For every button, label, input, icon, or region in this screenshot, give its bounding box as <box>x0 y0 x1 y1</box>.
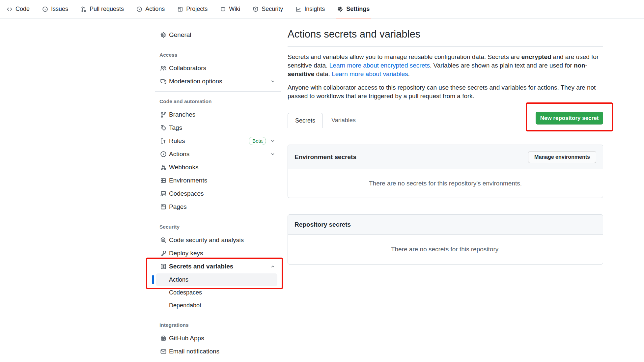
sidebar-divider <box>155 315 281 315</box>
nav-tab-issues[interactable]: Issues <box>36 0 74 18</box>
description-text: . Variables are shown as plain text and … <box>430 62 574 69</box>
rules-icon <box>160 138 167 144</box>
sidebar-subitem-actions[interactable]: Actions <box>156 273 277 286</box>
codespaces-icon <box>160 190 167 197</box>
encrypted-secrets-link[interactable]: Learn more about encrypted secrets <box>329 62 430 69</box>
hubot-icon <box>160 335 167 342</box>
asterisk-box-icon <box>160 263 167 270</box>
environment-secrets-panel: Environment secrets Manage environments … <box>288 145 603 198</box>
sidebar-section-integrations: Integrations <box>152 319 281 332</box>
sidebar-item-rules[interactable]: Rules Beta <box>152 134 281 148</box>
sidebar-item-secrets-and-variables[interactable]: Secrets and variables <box>152 260 281 273</box>
pull-request-icon <box>81 6 87 12</box>
sidebar-item-github-apps[interactable]: GitHub Apps <box>152 332 281 345</box>
title-divider <box>288 46 603 47</box>
chevron-down-icon <box>270 138 275 144</box>
nav-tab-projects[interactable]: Projects <box>171 0 214 18</box>
sidebar-subitem-dependabot[interactable]: Dependabot <box>156 299 277 312</box>
secrets-description: Secrets and variables allow you to manag… <box>288 53 603 78</box>
sidebar-item-pages[interactable]: Pages <box>152 200 281 213</box>
variables-link[interactable]: Learn more about variables <box>332 70 408 77</box>
manage-environments-button[interactable]: Manage environments <box>528 151 596 163</box>
sidebar-item-environments[interactable]: Environments <box>152 174 281 187</box>
sidebar-item-collaborators[interactable]: Collaborators <box>152 62 281 75</box>
webhook-icon <box>160 164 167 171</box>
nav-tab-code[interactable]: Code <box>0 0 36 18</box>
beta-badge: Beta <box>249 137 266 145</box>
code-icon <box>7 6 13 12</box>
nav-tab-wiki[interactable]: Wiki <box>214 0 246 18</box>
settings-content: Actions secrets and variables Secrets an… <box>288 18 603 362</box>
page-title: Actions secrets and variables <box>288 28 420 40</box>
gear-icon <box>337 6 343 12</box>
sidebar-item-moderation-options[interactable]: Moderation options <box>152 75 281 88</box>
nav-tab-security[interactable]: Security <box>246 0 289 18</box>
server-icon <box>160 177 167 184</box>
key-icon <box>160 250 167 257</box>
settings-sidebar: General Access Collaborators Moderation … <box>152 18 281 358</box>
nav-tab-pull-requests[interactable]: Pull requests <box>74 0 130 18</box>
description-text: data. <box>314 70 332 77</box>
sidebar-subitem-codespaces[interactable]: Codespaces <box>156 286 277 299</box>
repo-nav: Code Issues Pull requests Actions Projec… <box>0 0 644 18</box>
tag-icon <box>160 125 167 131</box>
sidebar-item-codespaces[interactable]: Codespaces <box>152 187 281 200</box>
repository-secrets-header: Repository secrets <box>288 215 603 235</box>
tab-variables[interactable]: Variables <box>323 113 364 128</box>
sidebar-section-access: Access <box>152 48 281 62</box>
graph-icon <box>295 6 301 12</box>
sidebar-divider <box>155 217 281 217</box>
description-text: . <box>408 70 409 77</box>
sidebar-item-branches[interactable]: Branches <box>152 108 281 121</box>
sidebar-item-code-security[interactable]: Code security and analysis <box>152 234 281 247</box>
nav-tab-actions[interactable]: Actions <box>130 0 171 18</box>
book-icon <box>220 6 226 12</box>
play-circle-icon <box>136 6 142 12</box>
environment-secrets-header: Environment secrets Manage environments <box>288 145 603 169</box>
sidebar-item-email-notifications[interactable]: Email notifications <box>152 345 281 358</box>
sidebar-item-deploy-keys[interactable]: Deploy keys <box>152 247 281 260</box>
sidebar-divider <box>155 45 281 45</box>
chevron-down-icon <box>270 79 275 84</box>
chevron-down-icon <box>270 152 275 157</box>
gear-icon <box>160 32 167 38</box>
sidebar-divider <box>155 91 281 92</box>
sidebar-item-actions[interactable]: Actions <box>152 148 281 161</box>
tab-secrets[interactable]: Secrets <box>288 113 323 128</box>
codescan-icon <box>160 237 167 243</box>
mail-icon <box>160 348 167 355</box>
nav-tab-insights[interactable]: Insights <box>289 0 331 18</box>
sidebar-item-tags[interactable]: Tags <box>152 121 281 134</box>
sidebar-section-security: Security <box>152 220 281 234</box>
sidebar-item-general[interactable]: General <box>152 28 281 42</box>
description-text: Secrets and variables allow you to manag… <box>288 53 521 60</box>
comment-discussion-icon <box>160 78 167 85</box>
project-table-icon <box>177 6 183 12</box>
collaborator-note: Anyone with collaborator access to this … <box>288 83 603 100</box>
shield-icon <box>253 6 259 12</box>
new-repository-secret-button[interactable]: New repository secret <box>536 112 603 125</box>
issue-opened-icon <box>42 6 48 12</box>
environment-secrets-empty-state: There are no secrets for this repository… <box>288 169 603 198</box>
sidebar-item-webhooks[interactable]: Webhooks <box>152 161 281 174</box>
repository-secrets-panel: Repository secrets There are no secrets … <box>288 214 603 265</box>
git-branch-icon <box>160 111 167 118</box>
browser-icon <box>160 204 167 210</box>
encrypted-emphasis: encrypted <box>521 53 551 60</box>
chevron-up-icon <box>270 264 275 269</box>
repository-secrets-empty-state: There are no secrets for this repository… <box>288 235 603 264</box>
environment-secrets-title: Environment secrets <box>294 153 356 161</box>
people-icon <box>160 65 167 71</box>
nav-tab-settings[interactable]: Settings <box>331 0 376 18</box>
sidebar-section-code-automation: Code and automation <box>152 95 281 108</box>
repository-secrets-title: Repository secrets <box>294 221 351 228</box>
play-circle-icon <box>160 151 167 157</box>
